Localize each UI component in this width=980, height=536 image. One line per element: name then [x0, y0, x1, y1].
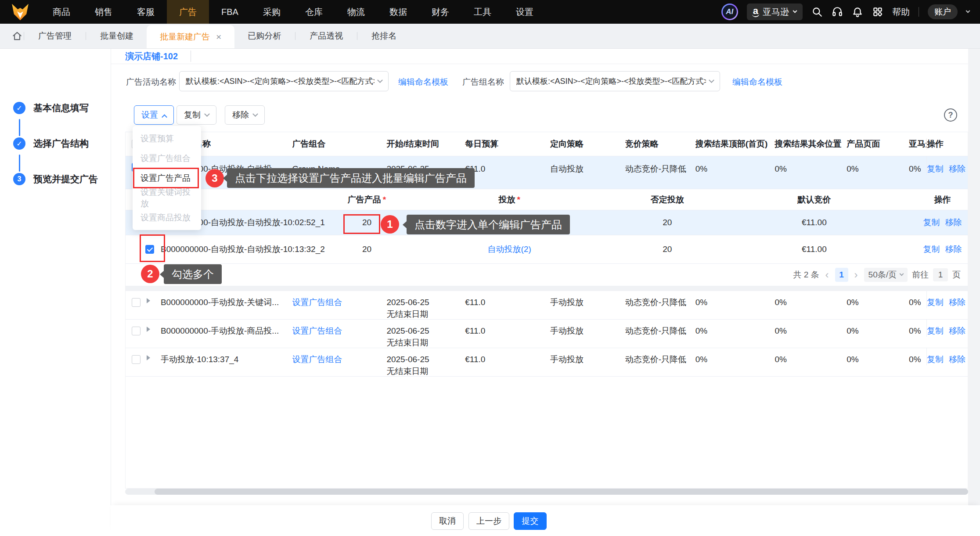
remove-row-link[interactable]: 移除 — [949, 163, 966, 175]
goto-label: 前往 — [912, 269, 929, 281]
nav-item-purchasing[interactable]: 采购 — [251, 0, 293, 24]
targeting-strategy: 手动投放 — [550, 320, 625, 337]
table-row[interactable]: B000000000-手动投放-关键词... 设置广告组合 2025-06-25… — [126, 291, 968, 320]
tab-rank-grab[interactable]: 抢排名 — [358, 24, 410, 49]
bidding-strategy: 动态竞价-只降低 — [625, 348, 695, 365]
page-1-button[interactable]: 1 — [835, 268, 848, 282]
previous-step-button[interactable]: 上一步 — [468, 512, 509, 530]
nav-item-fba[interactable]: FBA — [209, 0, 251, 24]
wizard-footer: 取消 上一步 提交 — [111, 505, 980, 536]
edit-adgroup-naming-link[interactable]: 编辑命名模板 — [732, 76, 782, 88]
account-chevron-down-icon[interactable] — [966, 8, 970, 13]
copy-row-link[interactable]: 复制 — [923, 244, 940, 255]
remove-dropdown-button[interactable]: 移除 — [225, 105, 265, 125]
row-checkbox[interactable] — [145, 245, 154, 254]
nav-item-finance[interactable]: 财务 — [419, 0, 461, 24]
copy-dropdown-button[interactable]: 复制 — [177, 105, 216, 125]
row-checkbox[interactable] — [132, 327, 141, 335]
set-portfolio-link[interactable]: 设置广告组合 — [292, 326, 342, 335]
step-select-structure[interactable]: ✓ 选择广告结构 — [13, 137, 89, 150]
brand-fox-logo-icon[interactable] — [0, 3, 40, 21]
help-link[interactable]: 帮助 — [892, 6, 910, 18]
nav-item-warehouse[interactable]: 仓库 — [293, 0, 335, 24]
tab-bulk-new-ads-active[interactable]: 批量新建广告 × — [147, 25, 234, 48]
copy-row-link[interactable]: 复制 — [923, 217, 940, 228]
pagination-total: 共 2 条 — [793, 269, 819, 281]
search-icon[interactable] — [811, 6, 823, 18]
nav-item-advertising[interactable]: 广告 — [167, 0, 209, 24]
copy-row-link[interactable]: 复制 — [927, 296, 944, 308]
required-asterisk: * — [517, 195, 520, 204]
annotation-tooltip-1: 点击数字进入单个编辑广告产品 — [407, 215, 570, 234]
chevron-down-icon — [252, 111, 258, 117]
home-icon[interactable] — [11, 30, 23, 42]
tab-ad-management[interactable]: 广告管理 — [25, 24, 85, 49]
tab-bulk-create[interactable]: 批量创建 — [87, 24, 147, 49]
copy-row-link[interactable]: 复制 — [927, 325, 944, 337]
annotation-badge-2: 2 — [141, 265, 159, 283]
adgroup-template-select[interactable]: 默认模板:<ASIN>-<定向策略>-<投放类型>-<匹配方式> — [510, 71, 720, 91]
page-size-select[interactable]: 50条/页 — [864, 268, 908, 282]
tab-product-insight[interactable]: 产品透视 — [296, 24, 356, 49]
tab-divider — [295, 32, 295, 40]
step-basic-info[interactable]: ✓ 基本信息填写 — [13, 102, 89, 114]
close-icon[interactable]: × — [216, 32, 221, 41]
remove-row-link[interactable]: 移除 — [949, 296, 966, 308]
menu-item-set-ad-products[interactable]: 设置广告产品 — [133, 168, 201, 188]
row-checkbox[interactable] — [132, 298, 141, 307]
product-page-pct: 0% — [847, 156, 909, 175]
nav-item-service[interactable]: 客服 — [125, 0, 167, 24]
annotation-tooltip-2: 勾选多个 — [164, 264, 222, 284]
scrollbar-thumb[interactable] — [155, 489, 968, 495]
nav-item-sales[interactable]: 销售 — [83, 0, 125, 24]
nav-item-data[interactable]: 数据 — [377, 0, 419, 24]
adgroup-pagination: 共 2 条 ‹ 1 › 50条/页 前往 1 页 — [126, 264, 968, 286]
remove-row-link[interactable]: 移除 — [949, 353, 966, 365]
bidding-strategy: 动态竞价-只降低 — [625, 320, 695, 337]
set-portfolio-link[interactable]: 设置广告组合 — [292, 355, 342, 364]
set-portfolio-link[interactable]: 设置广告组合 — [292, 298, 342, 307]
remove-row-link[interactable]: 移除 — [949, 325, 966, 337]
targets-link[interactable]: 自动投放(2) — [488, 245, 531, 254]
chevron-down-icon — [793, 8, 797, 13]
adgroup-row[interactable]: B000000000-自动投放-自动投放-10:13:32_2 20 自动投放(… — [126, 235, 968, 264]
cancel-button[interactable]: 取消 — [431, 512, 464, 530]
settings-dropdown-button[interactable]: 设置 — [134, 105, 174, 125]
ad-products-count-link[interactable]: 20 — [339, 245, 396, 254]
table-row[interactable]: 手动投放-10:13:37_4 设置广告组合 2025-06-25无结束日期 €… — [126, 348, 968, 377]
nav-item-settings[interactable]: 设置 — [504, 0, 546, 24]
remove-row-link[interactable]: 移除 — [945, 244, 962, 255]
adgroup-name: B000000000-自动投放-自动投放-10:13:32_2 — [161, 244, 339, 255]
headset-support-icon[interactable] — [832, 6, 843, 18]
store-tab[interactable]: 演示店铺-102 — [125, 50, 178, 62]
prev-page-button[interactable]: ‹ — [824, 268, 831, 281]
expand-caret-icon[interactable] — [147, 327, 150, 332]
help-question-icon[interactable]: ? — [944, 108, 957, 122]
ai-assistant-button[interactable]: AI — [721, 4, 738, 20]
tab-purchase-analysis[interactable]: 已购分析 — [234, 24, 294, 49]
account-button[interactable]: 账户 — [928, 4, 958, 19]
row-checkbox[interactable] — [132, 355, 141, 364]
remove-row-link[interactable]: 移除 — [945, 217, 962, 228]
expand-caret-icon[interactable] — [147, 355, 150, 360]
ad-products-count-link[interactable]: 20 — [362, 218, 371, 227]
goto-page-input[interactable]: 1 — [933, 268, 948, 281]
nav-item-tools[interactable]: 工具 — [461, 0, 504, 24]
apps-grid-icon[interactable] — [872, 6, 883, 18]
marketplace-selector[interactable]: a 亚马逊 — [747, 4, 803, 20]
horizontal-scrollbar[interactable] — [125, 489, 968, 495]
notifications-bell-icon[interactable] — [852, 6, 863, 18]
step-preview-submit[interactable]: 3 预览并提交广告 — [13, 173, 98, 185]
edit-campaign-naming-link[interactable]: 编辑命名模板 — [398, 76, 448, 88]
expand-caret-icon[interactable] — [147, 298, 150, 303]
table-row[interactable]: B000000000-手动投放-商品投... 设置广告组合 2025-06-25… — [126, 320, 968, 348]
adgroup-table-header: 广告产品* 投放* 否定投放 默认竞价 操作 — [126, 189, 968, 210]
header-targets: 投放* — [395, 194, 623, 205]
copy-row-link[interactable]: 复制 — [927, 353, 944, 365]
campaign-template-select[interactable]: 默认模板:<ASIN>-<定向策略>-<投放类型>-<匹配方式> — [179, 71, 389, 91]
nav-item-products[interactable]: 商品 — [40, 0, 83, 24]
nav-item-logistics[interactable]: 物流 — [335, 0, 377, 24]
next-page-button[interactable]: › — [853, 268, 860, 281]
submit-button[interactable]: 提交 — [514, 512, 547, 530]
copy-row-link[interactable]: 复制 — [927, 163, 944, 175]
